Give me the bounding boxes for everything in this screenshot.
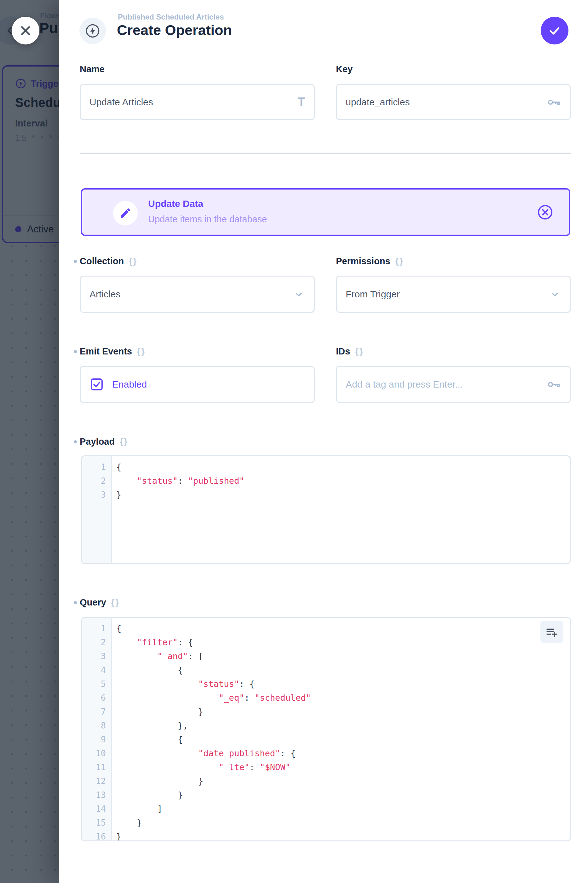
chevron-down-icon: [292, 288, 305, 301]
key-icon: [546, 95, 561, 110]
line-number: 4: [82, 663, 111, 677]
drawer-title: Create Operation: [117, 22, 232, 39]
line-number: 8: [82, 719, 111, 733]
collection-label: Collection {}: [80, 256, 137, 266]
line-number: 14: [82, 802, 111, 816]
close-icon: [18, 23, 33, 38]
line-number: 15: [82, 816, 111, 830]
check-icon: [547, 23, 562, 38]
key-icon: [546, 377, 561, 392]
line-number: 3: [82, 488, 111, 502]
ids-tag-input-wrap: [336, 366, 571, 403]
braces-icon[interactable]: {}: [355, 347, 364, 357]
drawer-breadcrumb: Published Scheduled Articles: [118, 13, 224, 21]
payload-code-editor[interactable]: 123 { "status": "published"}: [81, 455, 571, 564]
code-line: }: [116, 774, 570, 788]
modified-dot: [74, 260, 77, 263]
title-case-icon: T: [298, 95, 305, 109]
braces-icon[interactable]: {}: [137, 347, 146, 357]
collection-select[interactable]: Articles: [80, 275, 315, 313]
code-line: {: [116, 460, 570, 474]
code-line: }: [116, 830, 570, 841]
braces-icon[interactable]: {}: [120, 437, 128, 447]
ids-tag-input[interactable]: [346, 379, 546, 390]
operation-type-title: Update Data: [148, 199, 203, 209]
key-input[interactable]: [346, 97, 546, 108]
chevron-down-icon: [549, 288, 561, 301]
cancel-circle-icon: [536, 203, 554, 221]
query-label: Query {}: [80, 597, 120, 608]
line-number-gutter: 123: [82, 456, 112, 563]
key-input-wrap: [336, 84, 571, 120]
name-input-wrap: T: [80, 84, 315, 120]
braces-icon[interactable]: {}: [129, 256, 137, 266]
operation-type-subtitle: Update items in the database: [148, 214, 267, 224]
expand-field-values-button[interactable]: [540, 621, 563, 643]
modified-dot: [74, 440, 77, 444]
emit-events-checkbox-row: Enabled: [80, 366, 315, 403]
enabled-checkbox-label: Enabled: [112, 379, 147, 390]
name-input[interactable]: [90, 97, 298, 108]
permissions-label: Permissions {}: [336, 256, 404, 266]
playlist-add-icon: [545, 625, 558, 639]
braces-icon[interactable]: {}: [395, 256, 404, 266]
code-line: }: [116, 488, 570, 502]
code-line: "_and": [: [116, 649, 570, 663]
line-number: 5: [82, 677, 111, 691]
code-line: "status": "published": [116, 474, 570, 488]
name-label: Name: [80, 64, 105, 74]
line-number: 1: [82, 621, 111, 635]
line-number: 10: [82, 746, 111, 760]
create-operation-drawer: Published Scheduled Articles Create Oper…: [59, 0, 588, 883]
braces-icon[interactable]: {}: [111, 597, 120, 608]
close-drawer-button[interactable]: [12, 17, 39, 44]
code-line: }: [116, 705, 570, 719]
line-number: 2: [82, 474, 111, 488]
line-number-gutter: 12345678910111213141516: [82, 618, 112, 841]
section-divider: [80, 153, 571, 154]
code-line: {: [116, 663, 570, 677]
code-line: },: [116, 719, 570, 733]
code-line: "_eq": "scheduled": [116, 691, 570, 705]
code-line: ]: [116, 802, 570, 816]
code-line: "date_published": {: [116, 746, 570, 760]
code-line: "filter": {: [116, 635, 570, 649]
save-operation-button[interactable]: [541, 17, 568, 44]
query-code-editor[interactable]: 12345678910111213141516 { "filter": { "_…: [81, 617, 571, 841]
remove-operation-type-button[interactable]: [536, 203, 554, 221]
edit-pencil-icon: [113, 201, 138, 226]
code-line: {: [116, 733, 570, 746]
code-line: }: [116, 816, 570, 830]
line-number: 13: [82, 788, 111, 802]
line-number: 1: [82, 460, 111, 474]
line-number: 3: [82, 649, 111, 663]
operation-bolt-icon: [80, 18, 106, 44]
line-number: 11: [82, 760, 111, 774]
key-label: Key: [336, 64, 352, 74]
collection-value: Articles: [90, 289, 292, 299]
line-number: 7: [82, 705, 111, 719]
code-line: "status": {: [116, 677, 570, 691]
code-line: "_lte": "$NOW": [116, 760, 570, 774]
modified-dot: [74, 350, 77, 353]
emit-events-label: Emit Events {}: [80, 346, 146, 357]
ids-label: IDs {}: [336, 346, 364, 357]
code-line: {: [116, 621, 570, 635]
code-area[interactable]: { "status": "published"}: [112, 456, 570, 563]
line-number: 6: [82, 691, 111, 705]
checkbox-checked-icon[interactable]: [90, 377, 104, 392]
line-number: 16: [82, 830, 111, 841]
line-number: 9: [82, 733, 111, 746]
payload-label: Payload {}: [80, 436, 128, 447]
operation-type-banner[interactable]: Update Data Update items in the database: [81, 188, 570, 236]
modified-dot: [74, 601, 77, 604]
line-number: 12: [82, 774, 111, 788]
line-number: 2: [82, 635, 111, 649]
code-line: }: [116, 788, 570, 802]
permissions-value: From Trigger: [346, 289, 549, 299]
code-area[interactable]: { "filter": { "_and": [ { "status": { "_…: [112, 618, 570, 841]
permissions-select[interactable]: From Trigger: [336, 275, 571, 313]
